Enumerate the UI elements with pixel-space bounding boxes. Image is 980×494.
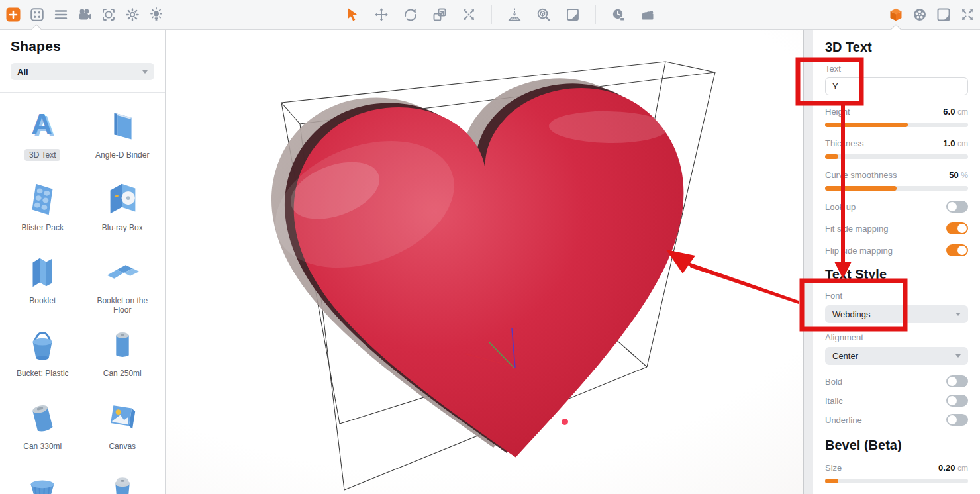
panel-title: 3D Text (825, 38, 968, 56)
scale-icon (432, 7, 448, 23)
planter-icon (22, 470, 63, 494)
thickness-slider-fill (825, 154, 838, 159)
select-cursor-icon (344, 7, 360, 23)
shape-item-3d-text[interactable]: A A 3D Text (3, 99, 83, 172)
main-toolbar (0, 0, 980, 30)
backdrop-icon (565, 7, 581, 23)
shapes-library-button[interactable] (29, 7, 45, 23)
scene-list-button[interactable] (53, 7, 69, 23)
snapshot-button[interactable] (936, 7, 952, 23)
shape-item-label: Angle-D Binder (91, 149, 154, 161)
look-up-label: Look up (825, 202, 856, 212)
text-style-title: Text Style (825, 266, 968, 283)
height-slider[interactable] (825, 123, 968, 127)
zoom-to-object-button[interactable] (536, 7, 552, 23)
bold-toggle[interactable] (946, 375, 968, 387)
can-330ml-icon (22, 397, 63, 438)
shape-item-label: Bucket: Plastic (12, 368, 74, 379)
geometry-panel-button[interactable] (888, 7, 904, 23)
shape-item-partial-left[interactable] (3, 464, 83, 494)
angle-d-binder-icon (102, 106, 143, 147)
bold-label: Bold (825, 377, 842, 387)
shape-item-can-330ml[interactable]: Can 330ml (3, 391, 83, 464)
scatter-tool-button[interactable] (461, 7, 477, 23)
bevel-size-row: Size 0.20 cm (825, 463, 968, 473)
height-unit: cm (957, 107, 968, 117)
alignment-label: Alignment (825, 332, 968, 342)
bucket-plastic-icon (22, 324, 63, 366)
height-label: Height (825, 107, 850, 117)
flip-side-mapping-toggle[interactable] (946, 244, 968, 256)
shape-item-blister-pack[interactable]: Blister Pack (3, 172, 83, 245)
look-up-toggle[interactable] (946, 201, 968, 213)
alignment-dropdown[interactable]: Center (825, 347, 968, 365)
fit-side-mapping-toggle[interactable] (946, 222, 968, 234)
rotate-tool-button[interactable] (403, 7, 418, 23)
backdrop-button[interactable] (565, 7, 581, 23)
underline-toggle[interactable] (946, 414, 968, 426)
shapes-panel-header: Shapes All (0, 30, 165, 80)
shape-item-partial-right[interactable] (83, 464, 163, 494)
chevron-down-icon (956, 313, 961, 316)
bevel-size-slider[interactable] (825, 479, 968, 483)
booklet-icon (22, 252, 63, 293)
canvas-icon (102, 397, 143, 438)
text-field-label: Text (825, 64, 968, 74)
fit-side-mapping-row: Fit side mapping (825, 222, 968, 234)
scale-tool-button[interactable] (432, 7, 448, 23)
render-time-button[interactable] (611, 7, 626, 23)
properties-panel-scrollbar-gutter[interactable] (803, 30, 813, 494)
thickness-slider[interactable] (825, 154, 968, 159)
shapes-grid: A A 3D Text Angle-D Binder Blister Pack (0, 93, 165, 494)
scene-render (166, 30, 803, 494)
svg-text:A: A (31, 108, 52, 140)
shapes-panel: Shapes All A A 3D Text Angle-D Binder (0, 30, 166, 494)
height-row: Height 6.0 cm (825, 107, 968, 117)
shape-item-booklet[interactable]: Booklet (3, 245, 83, 318)
add-button[interactable] (5, 7, 21, 23)
toolbar-separator (595, 5, 596, 24)
shape-item-bucket-plastic[interactable]: Bucket: Plastic (3, 318, 83, 391)
shapes-library-icon (29, 7, 45, 23)
scene-list-icon (53, 7, 69, 23)
select-tool-button[interactable] (344, 7, 360, 23)
text-input[interactable]: Y (825, 77, 968, 95)
shape-item-booklet-on-floor[interactable]: Booklet on the Floor (83, 245, 163, 318)
frame-focus-button[interactable] (101, 7, 117, 23)
bevel-size-unit: cm (957, 464, 968, 473)
light-button[interactable] (148, 7, 164, 23)
alignment-value: Center (832, 351, 858, 361)
coffee-cup-icon (102, 470, 143, 494)
zoom-to-object-icon (536, 7, 552, 23)
scatter-icon (461, 7, 477, 23)
shape-item-label: Can 330ml (19, 440, 66, 452)
rotate-icon (403, 7, 418, 23)
drop-to-floor-button[interactable] (507, 7, 522, 23)
animation-button[interactable] (640, 7, 656, 23)
curve-smoothness-value: 50 (949, 170, 958, 180)
viewport-3d[interactable] (166, 30, 803, 494)
text-input-value: Y (832, 81, 838, 91)
curve-smoothness-slider[interactable] (825, 186, 968, 191)
materials-panel-button[interactable] (912, 7, 928, 23)
shapes-filter-dropdown[interactable]: All (11, 63, 154, 80)
move-tool-button[interactable] (373, 7, 389, 23)
shape-item-label: Booklet on the Floor (83, 295, 163, 316)
italic-toggle[interactable] (946, 395, 968, 407)
camera-button[interactable] (77, 7, 93, 23)
shape-item-label: Canvas (104, 440, 140, 452)
fullscreen-button[interactable] (959, 7, 975, 23)
booklet-on-floor-icon (102, 252, 143, 293)
bevel-size-label: Size (825, 463, 842, 473)
settings-button[interactable] (124, 7, 140, 23)
shape-item-can-250ml[interactable]: Can 250ml (83, 318, 163, 391)
shape-item-angle-d-binder[interactable]: Angle-D Binder (83, 99, 163, 172)
font-dropdown[interactable]: Webdings (825, 305, 968, 323)
italic-label: Italic (825, 396, 843, 406)
flip-side-mapping-row: Flip side mapping (825, 244, 968, 256)
shape-item-canvas[interactable]: Canvas (83, 391, 163, 464)
shape-item-blu-ray-box[interactable]: Blu-ray Box (83, 172, 163, 245)
properties-panel: 3D Text Text Y Height 6.0 cm Thickness 1… (803, 30, 980, 494)
clapperboard-icon (640, 7, 656, 23)
shape-item-label: 3D Text (24, 149, 60, 161)
